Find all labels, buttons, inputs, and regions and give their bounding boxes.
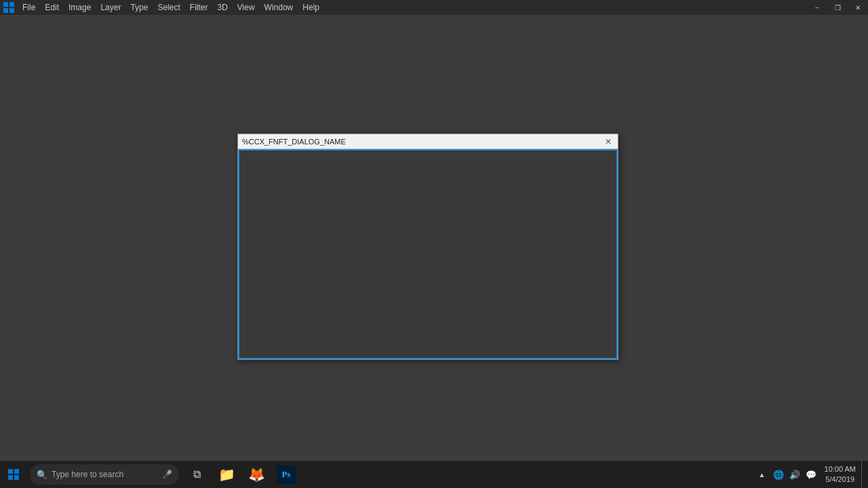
- clock-time: 10:00 AM: [825, 464, 856, 474]
- menu-layer[interactable]: Layer: [96, 1, 125, 14]
- dialog-content: [238, 149, 618, 359]
- app-icon: [3, 1, 15, 14]
- taskview-icon: ⧉: [193, 468, 201, 481]
- svg-rect-7: [14, 475, 19, 480]
- dialog-title: %CCX_FNFT_DIALOG_NAME: [242, 138, 346, 146]
- system-tray: ▲ 🌐 🔊 💬 10:00 AM 5/4/2019: [754, 461, 868, 488]
- photoshop-icon: Ps: [277, 465, 296, 484]
- show-desktop-button[interactable]: [861, 461, 865, 488]
- network-icon: 🌐: [773, 470, 784, 480]
- taskview-button[interactable]: ⧉: [183, 461, 210, 488]
- chevron-icon: ▲: [759, 471, 766, 479]
- tray-network[interactable]: 🌐: [770, 461, 787, 488]
- menu-3d[interactable]: 3D: [212, 1, 232, 14]
- search-input[interactable]: Type here to search: [52, 470, 162, 479]
- menu-bar: File Edit Image Layer Type Select Filter…: [0, 0, 868, 15]
- menu-edit[interactable]: Edit: [40, 1, 64, 14]
- sound-icon: 🔊: [789, 470, 800, 480]
- menu-file[interactable]: File: [18, 1, 40, 14]
- tray-chevron[interactable]: ▲: [754, 461, 770, 488]
- microphone-icon[interactable]: 🎤: [162, 470, 172, 479]
- notification-icon: 💬: [806, 470, 816, 480]
- start-button[interactable]: [0, 461, 27, 488]
- clock-date: 5/4/2019: [825, 474, 854, 485]
- search-icon: 🔍: [37, 470, 47, 480]
- menu-select[interactable]: Select: [153, 1, 184, 14]
- menu-window[interactable]: Window: [260, 1, 298, 14]
- restore-button[interactable]: ❐: [827, 0, 848, 15]
- photoshop-button[interactable]: Ps: [273, 461, 300, 488]
- tray-notification[interactable]: 💬: [803, 461, 819, 488]
- svg-rect-5: [14, 469, 19, 474]
- firefox-icon: 🦊: [248, 466, 265, 483]
- clock[interactable]: 10:00 AM 5/4/2019: [819, 461, 861, 488]
- search-bar[interactable]: 🔍 Type here to search 🎤: [30, 464, 179, 485]
- svg-rect-3: [9, 8, 14, 13]
- menu-filter[interactable]: Filter: [185, 1, 213, 14]
- menu-type[interactable]: Type: [125, 1, 153, 14]
- main-area: %CCX_FNFT_DIALOG_NAME ✕: [0, 15, 868, 461]
- folder-icon: 📁: [218, 466, 235, 483]
- dialog-close-button[interactable]: ✕: [603, 136, 614, 147]
- dialog-titlebar: %CCX_FNFT_DIALOG_NAME ✕: [238, 134, 618, 149]
- svg-rect-6: [8, 475, 13, 480]
- svg-rect-2: [3, 8, 8, 13]
- minimize-button[interactable]: −: [807, 0, 827, 15]
- svg-rect-4: [8, 469, 13, 474]
- firefox-button[interactable]: 🦊: [243, 461, 270, 488]
- svg-rect-0: [3, 2, 8, 7]
- tray-sound[interactable]: 🔊: [787, 461, 803, 488]
- menu-help[interactable]: Help: [298, 1, 324, 14]
- dialog-window: %CCX_FNFT_DIALOG_NAME ✕: [237, 134, 618, 360]
- window-controls: − ❐ ✕: [807, 0, 868, 15]
- file-explorer-button[interactable]: 📁: [213, 461, 240, 488]
- menu-view[interactable]: View: [233, 1, 260, 14]
- svg-rect-1: [9, 2, 14, 7]
- menu-image[interactable]: Image: [64, 1, 96, 14]
- close-button[interactable]: ✕: [848, 0, 868, 15]
- taskbar: 🔍 Type here to search 🎤 ⧉ 📁 🦊 Ps ▲ 🌐 🔊 💬…: [0, 461, 868, 488]
